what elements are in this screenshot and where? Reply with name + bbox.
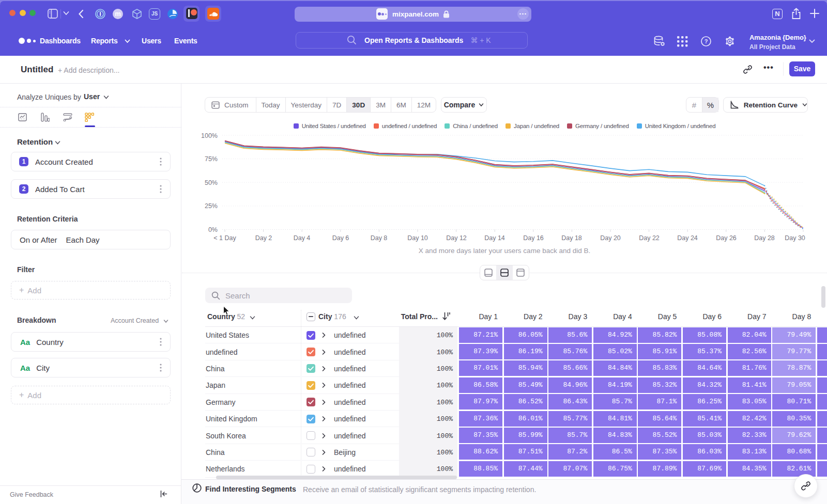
- svg-text:?: ?: [705, 38, 708, 44]
- svg-text:Day 30: Day 30: [785, 234, 805, 242]
- svg-text:Day 14: Day 14: [484, 234, 505, 242]
- svg-text:Day 12: Day 12: [446, 234, 467, 242]
- svg-text:100%: 100%: [201, 132, 218, 139]
- svg-text:Day 10: Day 10: [407, 234, 428, 242]
- svg-text:75%: 75%: [205, 155, 218, 163]
- svg-text:Day 18: Day 18: [561, 234, 582, 242]
- svg-text:Day 24: Day 24: [677, 234, 698, 242]
- svg-text:50%: 50%: [205, 179, 218, 186]
- svg-text:< 1 Day: < 1 Day: [213, 234, 236, 242]
- svg-text:0%: 0%: [208, 226, 218, 233]
- svg-text:Day 26: Day 26: [716, 234, 737, 242]
- svg-text:Day 22: Day 22: [639, 234, 660, 242]
- svg-text:25%: 25%: [205, 202, 218, 210]
- svg-text:Day 20: Day 20: [600, 234, 621, 242]
- svg-text:Day 6: Day 6: [332, 234, 349, 242]
- svg-text:Day 16: Day 16: [523, 234, 544, 242]
- svg-text:Day 8: Day 8: [371, 234, 388, 242]
- svg-text:Day 28: Day 28: [754, 234, 775, 242]
- svg-text:Day 4: Day 4: [294, 234, 311, 242]
- svg-text:Day 2: Day 2: [255, 234, 272, 242]
